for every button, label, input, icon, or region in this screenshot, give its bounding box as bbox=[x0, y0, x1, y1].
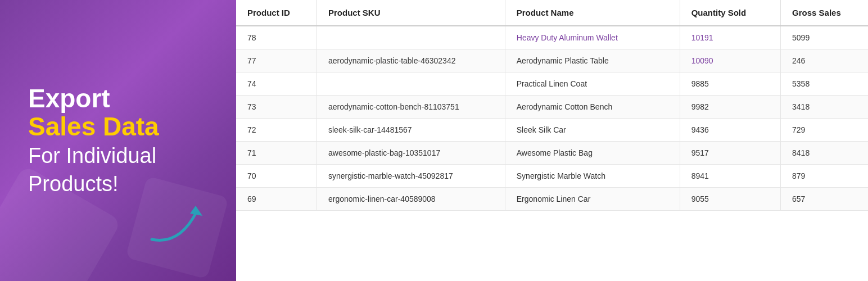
table-row: 70synergistic-marble-watch-45092817Syner… bbox=[236, 165, 868, 188]
cell-quantity: 9982 bbox=[680, 96, 780, 119]
cell-product-name: Awesome Plastic Bag bbox=[505, 142, 680, 165]
cell-product-name: Practical Linen Coat bbox=[505, 72, 680, 96]
table-row: 78Heavy Duty Aluminum Wallet101915099 bbox=[236, 26, 868, 49]
hero-text: Export Sales Data For Individual Product… bbox=[28, 84, 159, 197]
hero-line3: For Individual bbox=[28, 143, 159, 169]
col-header-product-id: Product ID bbox=[236, 0, 317, 26]
cell-product-name[interactable]: Heavy Duty Aluminum Wallet bbox=[505, 26, 680, 49]
cell-product-sku: awesome-plastic-bag-10351017 bbox=[317, 142, 505, 165]
left-panel: Export Sales Data For Individual Product… bbox=[0, 0, 236, 281]
cell-gross-sales: 8418 bbox=[781, 142, 868, 165]
arrow-container bbox=[146, 200, 214, 247]
hero-line1: Export bbox=[28, 84, 159, 113]
svg-marker-0 bbox=[190, 206, 202, 216]
cell-product-id: 69 bbox=[236, 188, 317, 211]
col-header-product-sku: Product SKU bbox=[317, 0, 505, 26]
table-row: 73aerodynamic-cotton-bench-81103751Aerod… bbox=[236, 96, 868, 119]
cell-quantity[interactable]: 10191 bbox=[680, 26, 780, 49]
cell-product-id: 77 bbox=[236, 49, 317, 72]
col-header-quantity-sold: Quantity Sold bbox=[680, 0, 780, 26]
cell-product-id: 71 bbox=[236, 142, 317, 165]
hero-line4: Products! bbox=[28, 171, 159, 197]
cell-product-name: Ergonomic Linen Car bbox=[505, 188, 680, 211]
cell-product-id: 78 bbox=[236, 26, 317, 49]
cell-product-sku: synergistic-marble-watch-45092817 bbox=[317, 165, 505, 188]
quantity-link[interactable]: 10191 bbox=[691, 33, 713, 42]
cell-quantity[interactable]: 10090 bbox=[680, 49, 780, 72]
cell-gross-sales: 657 bbox=[781, 188, 868, 211]
table-row: 72sleek-silk-car-14481567Sleek Silk Car9… bbox=[236, 119, 868, 142]
cell-quantity: 8941 bbox=[680, 165, 780, 188]
cell-gross-sales: 879 bbox=[781, 165, 868, 188]
table-header-row: Product ID Product SKU Product Name Quan… bbox=[236, 0, 868, 26]
table-row: 69ergonomic-linen-car-40589008Ergonomic … bbox=[236, 188, 868, 211]
cell-product-name: Sleek Silk Car bbox=[505, 119, 680, 142]
product-name-link[interactable]: Heavy Duty Aluminum Wallet bbox=[517, 33, 618, 42]
cell-product-sku: ergonomic-linen-car-40589008 bbox=[317, 188, 505, 211]
cell-gross-sales: 729 bbox=[781, 119, 868, 142]
cell-product-sku: sleek-silk-car-14481567 bbox=[317, 119, 505, 142]
cell-quantity: 9055 bbox=[680, 188, 780, 211]
cell-gross-sales: 246 bbox=[781, 49, 868, 72]
cell-product-sku bbox=[317, 72, 505, 96]
cell-gross-sales: 5099 bbox=[781, 26, 868, 49]
cell-product-id: 74 bbox=[236, 72, 317, 96]
sales-table: Product ID Product SKU Product Name Quan… bbox=[236, 0, 868, 211]
table-row: 77aerodynamic-plastic-table-46302342Aero… bbox=[236, 49, 868, 72]
hero-line2: Sales Data bbox=[28, 112, 159, 141]
cell-product-sku: aerodynamic-cotton-bench-81103751 bbox=[317, 96, 505, 119]
right-panel: Product ID Product SKU Product Name Quan… bbox=[236, 0, 868, 281]
cell-product-id: 72 bbox=[236, 119, 317, 142]
cell-product-id: 70 bbox=[236, 165, 317, 188]
col-header-gross-sales: Gross Sales bbox=[781, 0, 868, 26]
cell-quantity: 9517 bbox=[680, 142, 780, 165]
table-row: 74Practical Linen Coat98855358 bbox=[236, 72, 868, 96]
cell-product-name: Aerodynamic Cotton Bench bbox=[505, 96, 680, 119]
cell-gross-sales: 5358 bbox=[781, 72, 868, 96]
cell-quantity: 9885 bbox=[680, 72, 780, 96]
cell-quantity: 9436 bbox=[680, 119, 780, 142]
cell-product-sku: aerodynamic-plastic-table-46302342 bbox=[317, 49, 505, 72]
col-header-product-name: Product Name bbox=[505, 0, 680, 26]
quantity-link[interactable]: 10090 bbox=[691, 56, 713, 65]
cell-product-name: Synergistic Marble Watch bbox=[505, 165, 680, 188]
cell-product-sku bbox=[317, 26, 505, 49]
table-row: 71awesome-plastic-bag-10351017Awesome Pl… bbox=[236, 142, 868, 165]
cell-gross-sales: 3418 bbox=[781, 96, 868, 119]
arrow-icon bbox=[146, 200, 214, 245]
cell-product-name: Aerodynamic Plastic Table bbox=[505, 49, 680, 72]
cell-product-id: 73 bbox=[236, 96, 317, 119]
